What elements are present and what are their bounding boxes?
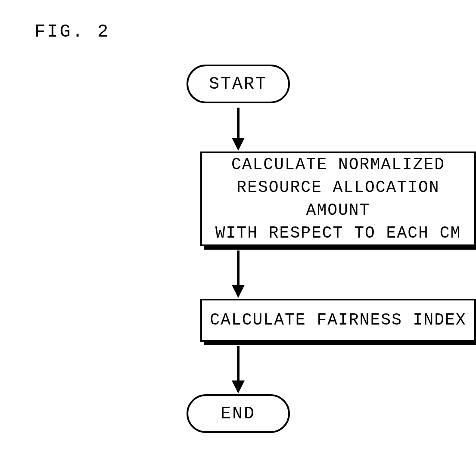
end-terminal: END <box>187 394 290 433</box>
end-label: END <box>221 404 255 424</box>
svg-marker-1 <box>232 138 245 151</box>
svg-marker-5 <box>232 380 245 393</box>
process-220: CALCULATE FAIRNESS INDEX <box>200 299 476 342</box>
process-220-text: CALCULATE FAIRNESS INDEX <box>210 309 466 331</box>
flowchart: START CALCULATE NORMALIZED RESOURCE ALLO… <box>0 65 476 433</box>
arrow-220-to-end <box>0 346 476 393</box>
process-210: CALCULATE NORMALIZED RESOURCE ALLOCATION… <box>200 152 476 246</box>
process-210-wrap: CALCULATE NORMALIZED RESOURCE ALLOCATION… <box>200 152 476 246</box>
process-210-text: CALCULATE NORMALIZED RESOURCE ALLOCATION… <box>206 153 470 245</box>
process-220-wrap: CALCULATE FAIRNESS INDEX 220 <box>200 299 476 342</box>
svg-marker-3 <box>232 285 245 298</box>
start-terminal: START <box>187 65 290 103</box>
start-label: START <box>209 74 267 94</box>
arrow-210-to-220 <box>0 251 476 298</box>
figure-label: FIG. 2 <box>34 22 110 42</box>
arrow-start-to-210 <box>0 108 476 151</box>
